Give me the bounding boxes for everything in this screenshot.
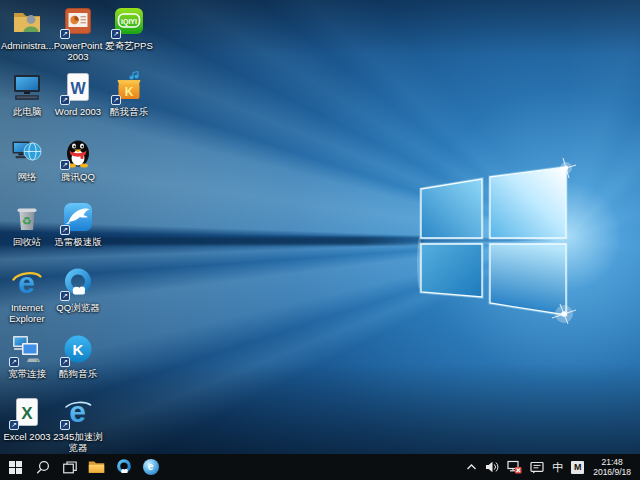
desktop-icon-2345-browser[interactable]: e 2345加速浏览器 xyxy=(52,395,104,453)
desktop-icon-kuwo[interactable]: K 酷我音乐 xyxy=(103,70,155,117)
ime-mode-indicator[interactable]: M xyxy=(568,454,587,480)
action-center-button[interactable] xyxy=(527,454,547,480)
icon-label: 爱奇艺PPS xyxy=(103,40,155,51)
svg-text:W: W xyxy=(70,80,86,97)
clock-time: 21:48 xyxy=(593,457,631,467)
desktop-icon-iqiyi-pps[interactable]: iQIYI 爱奇艺PPS xyxy=(103,4,155,51)
search-icon xyxy=(36,460,50,474)
icon-label: Word 2003 xyxy=(52,106,104,117)
desktop-icon-excel-2003[interactable]: X Excel 2003 xyxy=(1,395,53,442)
windows-desktop-screen: Administra... 此电脑 xyxy=(0,0,640,480)
task-view-icon xyxy=(63,461,77,474)
qq-browser-icon xyxy=(115,458,133,476)
icon-label: Excel 2003 xyxy=(1,431,53,442)
desktop-icon-kugou[interactable]: K 酷狗音乐 xyxy=(52,332,104,379)
svg-text:e: e xyxy=(69,395,86,428)
desktop-icon-recycle-bin[interactable]: ♻ 回收站 xyxy=(1,200,53,247)
shortcut-arrow-icon xyxy=(111,95,121,105)
desktop-icon-this-pc[interactable]: 此电脑 xyxy=(1,70,53,117)
icon-label: 酷我音乐 xyxy=(103,106,155,117)
taskbar-clock[interactable]: 21:48 2016/9/18 xyxy=(589,457,635,477)
desktop-icon-word-2003[interactable]: W Word 2003 xyxy=(52,70,104,117)
shortcut-arrow-icon xyxy=(111,29,121,39)
icon-label: QQ浏览器 xyxy=(52,302,104,313)
svg-text:K: K xyxy=(125,85,134,99)
this-pc-icon xyxy=(10,70,44,104)
2345-browser-taskbar-button[interactable] xyxy=(137,454,164,480)
svg-text:X: X xyxy=(21,404,33,423)
start-button[interactable] xyxy=(2,454,29,480)
taskbar-tray: 中 M 21:48 2016/9/18 xyxy=(463,454,640,480)
icon-label: 腾讯QQ xyxy=(52,171,104,182)
chevron-up-icon xyxy=(466,463,477,471)
svg-text:K: K xyxy=(73,341,84,358)
desktop-icon-administrator[interactable]: Administra... xyxy=(1,4,53,51)
ime-mode-text: M xyxy=(571,461,584,474)
volume-button[interactable] xyxy=(482,454,502,480)
shortcut-arrow-icon xyxy=(60,291,70,301)
icon-label: 2345加速浏览器 xyxy=(52,431,104,453)
icon-label: 回收站 xyxy=(1,236,53,247)
2345-sphere-icon xyxy=(143,459,159,475)
recycle-bin-icon: ♻ xyxy=(10,200,44,234)
ime-language-indicator[interactable]: 中 xyxy=(549,454,566,480)
windows-logo-icon xyxy=(9,461,22,474)
task-view-button[interactable] xyxy=(56,454,83,480)
shortcut-arrow-icon xyxy=(60,225,70,235)
clock-date: 2016/9/18 xyxy=(593,467,631,477)
taskbar: 中 M 21:48 2016/9/18 xyxy=(0,454,640,480)
icon-label: 宽带连接 xyxy=(1,368,53,379)
shortcut-arrow-icon xyxy=(60,420,70,430)
network-icon xyxy=(10,135,44,169)
icon-label: 酷狗音乐 xyxy=(52,368,104,379)
tray-expand-button[interactable] xyxy=(463,454,480,480)
icon-label: 迅雷极速版 xyxy=(52,236,104,247)
shortcut-arrow-icon xyxy=(9,420,19,430)
windows-logo xyxy=(408,140,584,330)
icon-label: PowerPoint 2003 xyxy=(52,40,104,62)
shortcut-arrow-icon xyxy=(60,95,70,105)
svg-text:♻: ♻ xyxy=(22,215,32,227)
action-center-icon xyxy=(530,461,544,474)
shortcut-arrow-icon xyxy=(60,160,70,170)
search-button[interactable] xyxy=(29,454,56,480)
ime-lang-text: 中 xyxy=(552,460,563,475)
shortcut-arrow-icon xyxy=(9,357,19,367)
internet-explorer-icon: e xyxy=(10,266,44,300)
desktop-icon-xunlei[interactable]: 迅雷极速版 xyxy=(52,200,104,247)
desktop-wallpaper: Administra... 此电脑 xyxy=(0,0,640,454)
desktop-icon-qq-browser[interactable]: QQ浏览器 xyxy=(52,266,104,313)
icon-label: Administra... xyxy=(1,40,53,51)
file-explorer-icon xyxy=(88,460,105,474)
file-explorer-button[interactable] xyxy=(83,454,110,480)
qq-browser-taskbar-button[interactable] xyxy=(110,454,137,480)
desktop-icon-broadband[interactable]: 宽带连接 xyxy=(1,332,53,379)
shortcut-arrow-icon xyxy=(60,357,70,367)
taskbar-left xyxy=(0,454,164,480)
desktop-icon-tencent-qq[interactable]: 腾讯QQ xyxy=(52,135,104,182)
network-status-button[interactable] xyxy=(504,454,525,480)
svg-text:iQIYI: iQIYI xyxy=(121,18,137,26)
desktop-icon-powerpoint-2003[interactable]: PowerPoint 2003 xyxy=(52,4,104,62)
shortcut-arrow-icon xyxy=(60,29,70,39)
icon-label: 此电脑 xyxy=(1,106,53,117)
icon-label: 网络 xyxy=(1,171,53,182)
svg-text:e: e xyxy=(18,266,35,299)
user-folder-icon xyxy=(10,4,44,38)
speaker-icon xyxy=(485,461,499,473)
desktop-icon-internet-explorer[interactable]: e Internet Explorer xyxy=(1,266,53,324)
icon-label: Internet Explorer xyxy=(1,302,53,324)
network-error-icon xyxy=(507,460,522,474)
desktop-icon-network[interactable]: 网络 xyxy=(1,135,53,182)
